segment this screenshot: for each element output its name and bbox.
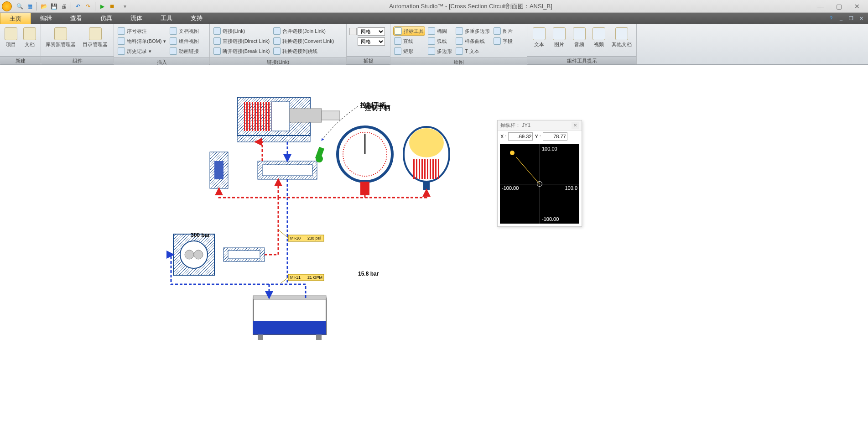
library-manager-button[interactable]: 库资源管理器	[44, 26, 78, 48]
rect-icon	[394, 47, 401, 55]
svg-rect-8	[214, 161, 223, 179]
separator	[36, 2, 37, 10]
animlink-button[interactable]: 动画链接	[169, 47, 200, 56]
qat-dropdown-icon[interactable]: ▾	[121, 2, 129, 10]
ellipse-button[interactable]: 椭圆	[427, 26, 453, 36]
field-button[interactable]: 字段	[493, 37, 514, 46]
arc-button[interactable]: 弧线	[427, 37, 453, 46]
label: T 文本	[465, 48, 479, 55]
svg-rect-12	[315, 147, 324, 160]
bom-button[interactable]: 物料清单(BOM) ▾	[117, 37, 167, 46]
svg-rect-31	[316, 334, 322, 340]
hint-image-button[interactable]: 图片	[550, 26, 568, 48]
svg-text:MI-10: MI-10	[290, 236, 301, 240]
polypoly-button[interactable]: 多重多边形	[455, 26, 491, 36]
label: 直线	[403, 38, 413, 45]
qat-print-icon[interactable]: 🖨	[60, 2, 68, 10]
new-project-button[interactable]: 项目	[3, 26, 20, 48]
window-min-icon[interactable]: _	[837, 15, 845, 22]
close-icon[interactable]: ✕	[572, 122, 579, 129]
snap-icon	[349, 28, 357, 35]
close-button[interactable]: ✕	[848, 1, 866, 12]
label: 弧线	[437, 38, 447, 45]
qat-play-icon[interactable]: ▶	[98, 2, 106, 10]
joystick-pad[interactable]: 100.00 -100.00 -100.00 100.0	[500, 144, 579, 224]
tab-sim[interactable]: 仿真	[91, 13, 121, 24]
rect-button[interactable]: 矩形	[393, 47, 425, 56]
menu-bar: 主页 编辑 查看 仿真 流体 工具 支持 ? _ ❐ ✕	[0, 13, 868, 24]
tojump-link-button[interactable]: 转换链接到跳线	[272, 47, 335, 56]
relief-valve-component	[210, 152, 228, 188]
convert-link-button[interactable]: 转换链接(Convert Link)	[272, 37, 335, 46]
qat-stop-icon[interactable]: ⏹	[108, 2, 116, 10]
join-link-button[interactable]: 合并链接(Join Link)	[272, 26, 335, 36]
hint-audio-button[interactable]: 音频	[570, 26, 588, 48]
reservoir-component	[253, 296, 326, 340]
history-button[interactable]: 历史记录 ▾	[117, 47, 167, 56]
joystick-knob[interactable]	[510, 151, 515, 155]
project-icon	[5, 27, 17, 40]
svg-rect-29	[253, 296, 326, 299]
joystick-panel[interactable]: 操纵杆： JY1 ✕ X : Y : 100.00 -100.00 -100.0…	[497, 120, 582, 227]
polygon-button[interactable]: 多边形	[427, 47, 453, 56]
qat-layers-icon[interactable]: ▦	[26, 2, 34, 10]
drawtext-button[interactable]: T 文本	[455, 47, 491, 56]
joystick-x-input[interactable]	[508, 132, 533, 141]
tab-fluid[interactable]: 流体	[121, 13, 151, 24]
pointer-icon	[395, 27, 402, 35]
app-logo-icon[interactable]	[2, 1, 12, 11]
snap-select-1[interactable]: 网格	[358, 27, 385, 36]
catalog-manager-button[interactable]: 目录管理器	[79, 26, 111, 48]
app-title: Automation Studio™ - [Cross Section Circ…	[130, 2, 811, 10]
tab-support[interactable]: 支持	[182, 13, 212, 24]
group-title: 捕捉	[347, 56, 390, 64]
label: 样条曲线	[465, 38, 485, 45]
tab-home[interactable]: 主页	[0, 13, 31, 24]
direct-link-button[interactable]: 直接链接(Direct Link)	[213, 37, 270, 46]
link-button[interactable]: 链接(Link)	[213, 26, 270, 36]
design-canvas[interactable]: 控制手柄	[0, 65, 868, 439]
help-icon[interactable]: ?	[827, 15, 835, 22]
qat-zoom-icon[interactable]: 🔍	[16, 2, 24, 10]
pointer-tool-button[interactable]: 指标工具	[393, 26, 425, 36]
line-button[interactable]: 直线	[393, 37, 425, 46]
label: 文档视图	[179, 28, 199, 35]
minimize-button[interactable]: —	[811, 1, 830, 12]
tab-edit[interactable]: 编辑	[31, 13, 61, 24]
qat-open-icon[interactable]: 📂	[40, 2, 48, 10]
catalog-icon	[89, 27, 102, 40]
window-close-icon[interactable]: ✕	[857, 15, 865, 22]
snap-select-2[interactable]: 网格	[358, 37, 385, 46]
label: 链接(Link)	[223, 28, 245, 35]
maximize-button[interactable]: ▢	[830, 1, 848, 12]
qat-undo-icon[interactable]: ↶	[74, 2, 82, 10]
field-icon	[494, 37, 501, 45]
spline-button[interactable]: 样条曲线	[455, 37, 491, 46]
hint-video-button[interactable]: 视频	[590, 26, 608, 48]
joystick-y-input[interactable]	[543, 132, 567, 141]
label: 合并链接(Join Link)	[282, 28, 326, 35]
joystick-vector	[516, 157, 540, 184]
label: 矩形	[403, 48, 413, 55]
break-link-button[interactable]: 断开链接(Break Link)	[213, 47, 270, 56]
window-restore-icon[interactable]: ❐	[847, 15, 855, 22]
new-document-button[interactable]: 文档	[21, 26, 38, 48]
tab-tools[interactable]: 工具	[151, 13, 182, 24]
meter-tag-1: MI-10 230 psi	[278, 230, 324, 241]
group-component: 库资源管理器 目录管理器 组件	[41, 24, 114, 64]
compview-button[interactable]: 组件视图	[169, 37, 200, 46]
svg-rect-5	[322, 111, 340, 120]
hint-video-icon	[593, 27, 605, 40]
qat-save-icon[interactable]: 💾	[50, 2, 58, 10]
svg-rect-3	[271, 102, 290, 131]
docview-button[interactable]: 文档视图	[169, 26, 200, 36]
tab-view[interactable]: 查看	[61, 13, 91, 24]
seq-number-button[interactable]: 序号标注	[117, 26, 167, 36]
qat-redo-icon[interactable]: ↷	[84, 2, 92, 10]
hint-text-button[interactable]: 文本	[530, 26, 548, 48]
svg-rect-19	[413, 159, 440, 179]
hint-other-button[interactable]: 其他文档	[610, 26, 634, 48]
image-button[interactable]: 图片	[493, 26, 514, 36]
x-label: X :	[500, 134, 506, 139]
separator	[95, 2, 95, 10]
